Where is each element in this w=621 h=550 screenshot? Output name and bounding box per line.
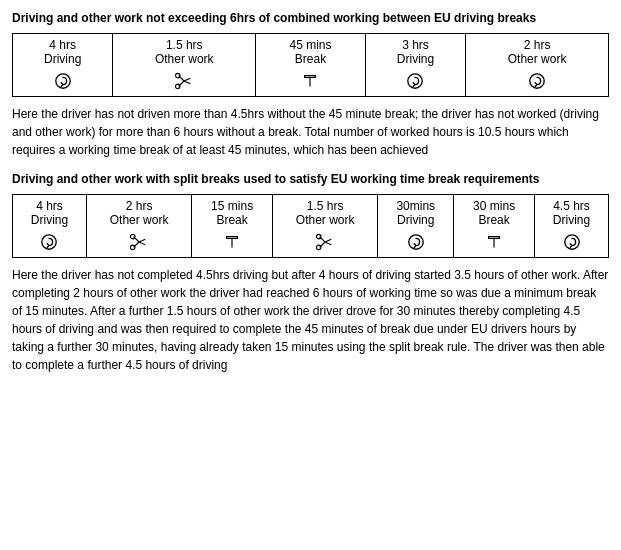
cell-s1-2-duration: 1.5 hrs [119, 38, 249, 52]
scissors-icon-s2-2 [93, 231, 185, 253]
cell-s2-7-duration: 4.5 hrs [541, 199, 602, 213]
cell-s2-3-type: Break [198, 213, 266, 227]
cell-s2-2-type: Other work [93, 213, 185, 227]
section1-title: Driving and other work not exceeding 6hr… [12, 10, 609, 27]
cell-s2-4-type: Other work [279, 213, 371, 227]
table-row: 4 hrs Driving 1.5 hrs Other work [13, 33, 609, 96]
cell-s2-1-duration: 4 hrs [19, 199, 80, 213]
svg-line-6 [184, 81, 190, 84]
scissors-icon-s2-4 [279, 231, 371, 253]
cell-s2-5-type: Driving [384, 213, 447, 227]
svg-rect-18 [227, 236, 238, 238]
cell-s2-6-type: Break [460, 213, 528, 227]
section2: Driving and other work with split breaks… [12, 171, 609, 374]
svg-line-25 [325, 242, 331, 245]
section2-description: Here the driver has not completed 4.5hrs… [12, 266, 609, 374]
scissors-icon [119, 70, 249, 92]
svg-line-17 [139, 242, 145, 245]
cell-s1-3-duration: 45 mins [262, 38, 359, 52]
circle-arrow-icon-2 [372, 70, 459, 92]
svg-point-9 [408, 74, 422, 88]
section1: Driving and other work not exceeding 6hr… [12, 10, 609, 159]
table-cell-s1-1: 4 hrs Driving [13, 33, 113, 96]
break-icon-s2-3 [198, 231, 266, 253]
svg-point-10 [530, 74, 544, 88]
circle-arrow-icon-s2-1 [19, 231, 80, 253]
svg-rect-27 [489, 236, 500, 238]
cell-s1-1-type: Driving [19, 52, 106, 66]
cell-s1-2-type: Other work [119, 52, 249, 66]
cell-s2-6-duration: 30 mins [460, 199, 528, 213]
cell-s2-3-duration: 15 mins [198, 199, 266, 213]
table-cell-s2-1: 4 hrs Driving [13, 194, 87, 257]
table-cell-s1-4: 3 hrs Driving [365, 33, 465, 96]
table-cell-s2-7: 4.5 hrs Driving [535, 194, 609, 257]
svg-point-26 [409, 234, 423, 248]
break-icon-s2-6 [460, 231, 528, 253]
svg-point-0 [55, 74, 69, 88]
circle-arrow-icon [19, 70, 106, 92]
cell-s2-2-duration: 2 hrs [93, 199, 185, 213]
table-cell-s1-3: 45 mins Break [256, 33, 366, 96]
cell-s2-5-duration: 30mins [384, 199, 447, 213]
svg-point-11 [42, 234, 56, 248]
cell-s1-4-type: Driving [372, 52, 459, 66]
table-cell-s2-2: 2 hrs Other work [86, 194, 191, 257]
svg-rect-7 [305, 75, 316, 77]
section1-table: 4 hrs Driving 1.5 hrs Other work [12, 33, 609, 97]
circle-arrow-icon-s2-5 [384, 231, 447, 253]
svg-point-29 [564, 234, 578, 248]
cell-s1-1-duration: 4 hrs [19, 38, 106, 52]
section2-table: 4 hrs Driving 2 hrs Other work [12, 194, 609, 258]
svg-line-5 [184, 78, 190, 81]
cell-s1-3-type: Break [262, 52, 359, 66]
cell-s2-4-duration: 1.5 hrs [279, 199, 371, 213]
circle-arrow-icon-s2-7 [541, 231, 602, 253]
break-icon [262, 70, 359, 92]
table-cell-s2-5: 30mins Driving [378, 194, 454, 257]
cell-s2-7-type: Driving [541, 213, 602, 227]
cell-s1-4-duration: 3 hrs [372, 38, 459, 52]
svg-line-16 [139, 239, 145, 242]
table-cell-s1-5: 2 hrs Other work [466, 33, 609, 96]
circle-arrow-icon-3 [472, 70, 602, 92]
svg-line-24 [325, 239, 331, 242]
cell-s2-1-type: Driving [19, 213, 80, 227]
cell-s1-5-duration: 2 hrs [472, 38, 602, 52]
section1-description: Here the driver has not driven more than… [12, 105, 609, 159]
table-row-2: 4 hrs Driving 2 hrs Other work [13, 194, 609, 257]
table-cell-s2-3: 15 mins Break [192, 194, 273, 257]
cell-s1-5-type: Other work [472, 52, 602, 66]
table-cell-s1-2: 1.5 hrs Other work [113, 33, 256, 96]
section2-title: Driving and other work with split breaks… [12, 171, 609, 188]
table-cell-s2-4: 1.5 hrs Other work [273, 194, 378, 257]
table-cell-s2-6: 30 mins Break [454, 194, 535, 257]
